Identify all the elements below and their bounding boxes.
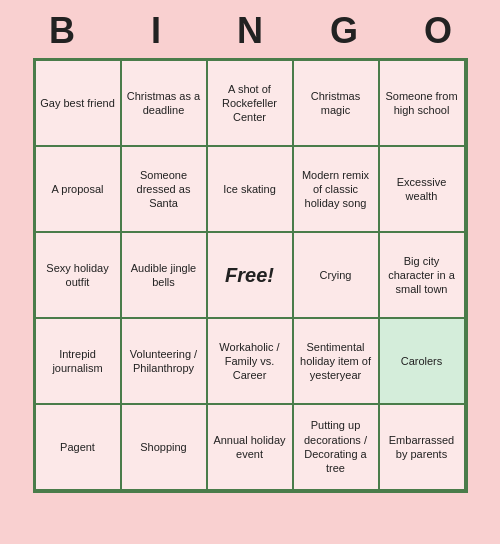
bingo-cell[interactable]: Intrepid journalism (35, 318, 121, 404)
bingo-letter: G (301, 10, 387, 52)
bingo-cell[interactable]: Crying (293, 232, 379, 318)
bingo-cell[interactable]: Carolers (379, 318, 465, 404)
bingo-cell[interactable]: Someone dressed as Santa (121, 146, 207, 232)
bingo-cell[interactable]: Christmas as a deadline (121, 60, 207, 146)
bingo-letter: B (19, 10, 105, 52)
bingo-cell[interactable]: Audible jingle bells (121, 232, 207, 318)
bingo-cell[interactable]: Volunteering / Philanthropy (121, 318, 207, 404)
bingo-cell[interactable]: Ice skating (207, 146, 293, 232)
bingo-header: BINGO (15, 0, 485, 58)
bingo-cell[interactable]: Someone from high school (379, 60, 465, 146)
bingo-cell[interactable]: Putting up decorations / Decorating a tr… (293, 404, 379, 490)
bingo-cell[interactable]: Shopping (121, 404, 207, 490)
bingo-cell[interactable]: Sexy holiday outfit (35, 232, 121, 318)
bingo-cell[interactable]: Sentimental holiday item of yesteryear (293, 318, 379, 404)
bingo-letter: I (113, 10, 199, 52)
bingo-cell[interactable]: Big city character in a small town (379, 232, 465, 318)
bingo-letter: O (395, 10, 481, 52)
bingo-cell[interactable]: Annual holiday event (207, 404, 293, 490)
bingo-cell[interactable]: Excessive wealth (379, 146, 465, 232)
bingo-cell[interactable]: Pagent (35, 404, 121, 490)
bingo-cell[interactable]: A proposal (35, 146, 121, 232)
bingo-cell[interactable]: A shot of Rockefeller Center (207, 60, 293, 146)
bingo-cell[interactable]: Embarrassed by parents (379, 404, 465, 490)
bingo-cell[interactable]: Modern remix of classic holiday song (293, 146, 379, 232)
bingo-cell[interactable]: Gay best friend (35, 60, 121, 146)
bingo-cell[interactable]: Christmas magic (293, 60, 379, 146)
bingo-cell[interactable]: Workaholic / Family vs. Career (207, 318, 293, 404)
free-space[interactable]: Free! (207, 232, 293, 318)
bingo-grid: Gay best friendChristmas as a deadlineA … (33, 58, 468, 493)
bingo-letter: N (207, 10, 293, 52)
